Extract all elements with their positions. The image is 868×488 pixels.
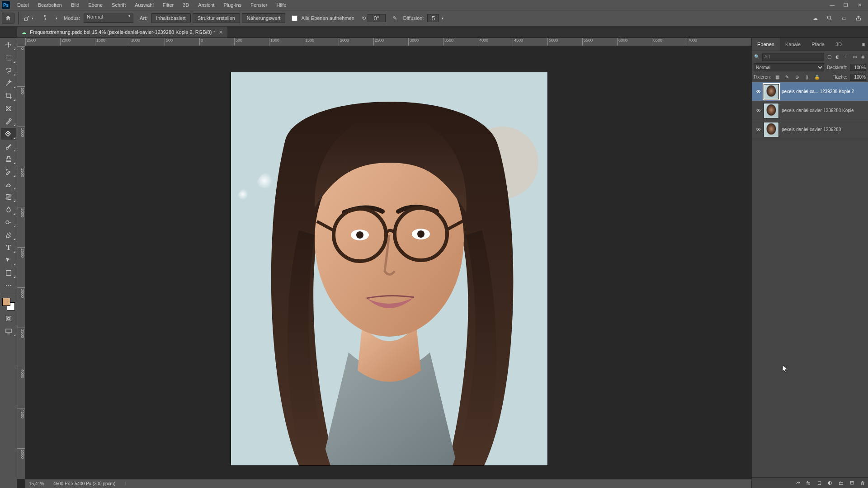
tool-wand[interactable] [1, 77, 16, 89]
ruler-vertical[interactable]: 0 500 1000 1500 2000 2500 3000 3500 4000… [17, 46, 25, 479]
tab-ebenen[interactable]: Ebenen [752, 38, 780, 51]
layer-visibility-icon[interactable]: 👁 [754, 127, 764, 133]
window-close-button[interactable]: ✕ [853, 1, 866, 9]
tool-path[interactable] [1, 254, 16, 266]
window-restore-button[interactable]: ❐ [839, 1, 853, 9]
canvas[interactable] [25, 46, 751, 479]
menu-hilfe[interactable]: Hilfe [272, 0, 291, 10]
menu-schrift[interactable]: Schrift [107, 0, 130, 10]
tool-pen[interactable] [1, 229, 16, 241]
adjustment-icon[interactable]: ◐ [826, 480, 834, 486]
layer-thumbnail[interactable] [764, 84, 779, 99]
menu-ansicht[interactable]: Ansicht [193, 0, 219, 10]
group-icon[interactable]: 🗀 [837, 480, 844, 486]
tool-eyedrop[interactable] [1, 115, 16, 127]
layer-name[interactable]: pexels-daniel-xavier-1239288 Kopie [782, 108, 866, 113]
opacity-input[interactable] [850, 64, 866, 71]
tool-gradient[interactable] [1, 191, 16, 203]
filter-adjust-icon[interactable]: ◐ [834, 53, 841, 61]
tool-blur[interactable] [1, 204, 16, 216]
angle-input[interactable] [368, 14, 386, 22]
tool-dodge[interactable] [1, 216, 16, 228]
tool-frame[interactable] [1, 103, 16, 114]
fg-color-swatch[interactable] [2, 298, 10, 306]
doc-dimensions[interactable]: 4500 Px x 5400 Px (300 ppcm) [53, 481, 115, 486]
document-tab[interactable]: ☁ Frequenztrennung.psdc bei 15,4% (pexel… [17, 27, 227, 38]
tool-stamp[interactable] [1, 153, 16, 165]
tool-screenmode[interactable] [1, 325, 16, 337]
ruler-horizontal[interactable]: 2500 2000 1500 1000 500 0 500 1000 1500 … [25, 38, 751, 46]
close-tab-icon[interactable]: ✕ [219, 29, 223, 35]
filter-type-icon[interactable]: T [843, 53, 849, 61]
tab-kanaele[interactable]: Kanäle [780, 38, 806, 51]
tool-eraser[interactable] [1, 178, 16, 190]
mask-icon[interactable]: ◻ [816, 480, 823, 486]
sample-all-checkbox[interactable] [292, 15, 297, 21]
blend-mode-select[interactable]: Normal ▾ [84, 14, 133, 23]
tool-shape[interactable] [1, 267, 16, 279]
ruler-corner[interactable] [17, 38, 25, 46]
tool-more[interactable]: ⋯ [1, 280, 16, 291]
panel-menu-icon[interactable]: ≡ [859, 38, 868, 51]
menu-datei[interactable]: Datei [13, 0, 33, 10]
tool-quickmask[interactable] [1, 313, 16, 324]
layer-row[interactable]: 👁 pexels-daniel-xavier-1239288 Kopie [752, 101, 868, 120]
layer-thumbnail[interactable] [764, 103, 779, 118]
tool-heal[interactable] [1, 128, 16, 140]
current-tool-icon[interactable]: ▾ [22, 13, 35, 23]
workspace-icon[interactable]: ▭ [840, 14, 848, 22]
lock-pos-icon[interactable]: ⊕ [793, 74, 801, 81]
chevron-down-icon[interactable]: ▾ [56, 16, 57, 20]
link-layers-icon[interactable]: ⚯ [794, 480, 801, 486]
menu-plugins[interactable]: Plug-ins [219, 0, 246, 10]
fx-icon[interactable]: fx [805, 480, 812, 486]
tool-move[interactable] [1, 39, 16, 51]
zoom-level[interactable]: 15,41% [29, 481, 44, 486]
document-image[interactable] [231, 72, 547, 465]
menu-fenster[interactable]: Fenster [246, 0, 272, 10]
layer-name[interactable]: pexels-daniel-xa...-1239288 Kopie 2 [782, 89, 866, 94]
tool-history[interactable] [1, 166, 16, 178]
new-layer-icon[interactable]: ⊞ [848, 480, 855, 486]
share-icon[interactable] [854, 14, 863, 22]
window-minimize-button[interactable]: — [826, 1, 839, 9]
menu-bild[interactable]: Bild [66, 0, 84, 10]
diffusion-input[interactable] [427, 14, 439, 22]
home-button[interactable] [2, 13, 14, 23]
layer-visibility-icon[interactable]: 👁 [754, 108, 764, 114]
naeherung-button[interactable]: Näherungswert [242, 13, 286, 23]
filter-image-icon[interactable]: ▢ [826, 53, 833, 61]
lock-trans-icon[interactable]: ▦ [774, 74, 781, 81]
layer-row[interactable]: 👁 pexels-daniel-xa...-1239288 Kopie 2 [752, 82, 868, 101]
chevron-down-icon[interactable]: ▾ [442, 16, 443, 20]
layer-filter-input[interactable] [762, 53, 824, 61]
search-icon[interactable] [826, 14, 834, 22]
cloud-docs-icon[interactable]: ☁ [811, 14, 819, 22]
menu-auswahl[interactable]: Auswahl [130, 0, 158, 10]
tool-brush[interactable] [1, 141, 16, 152]
inhaltsbasiert-button[interactable]: Inhaltsbasiert [151, 13, 190, 23]
brush-preview[interactable]: 9 [37, 15, 53, 21]
color-swatch[interactable] [2, 298, 15, 310]
tool-marquee[interactable] [1, 52, 16, 64]
filter-shape-icon[interactable]: ▭ [851, 53, 858, 61]
pressure-icon[interactable]: ✎ [393, 15, 397, 21]
layer-thumbnail[interactable] [764, 122, 779, 137]
menu-3d[interactable]: 3D [178, 0, 193, 10]
tab-pfade[interactable]: Pfade [806, 38, 830, 51]
delete-layer-icon[interactable]: 🗑 [859, 480, 866, 486]
struktur-button[interactable]: Struktur erstellen [193, 13, 240, 23]
lock-nest-icon[interactable]: ▯ [803, 74, 811, 81]
tab-3d[interactable]: 3D [830, 38, 847, 51]
layer-row[interactable]: 👁 pexels-daniel-xavier-1239288 [752, 120, 868, 139]
fill-input[interactable] [850, 74, 866, 81]
menu-filter[interactable]: Filter [158, 0, 178, 10]
filter-smart-icon[interactable]: ◈ [859, 53, 866, 61]
lock-paint-icon[interactable]: ✎ [783, 74, 791, 81]
menu-ebene[interactable]: Ebene [84, 0, 107, 10]
tool-crop[interactable] [1, 90, 16, 102]
lock-all-icon[interactable]: 🔒 [813, 74, 821, 81]
layer-visibility-icon[interactable]: 👁 [754, 89, 764, 95]
tool-type[interactable]: T [1, 242, 16, 253]
layer-name[interactable]: pexels-daniel-xavier-1239288 [782, 127, 866, 132]
